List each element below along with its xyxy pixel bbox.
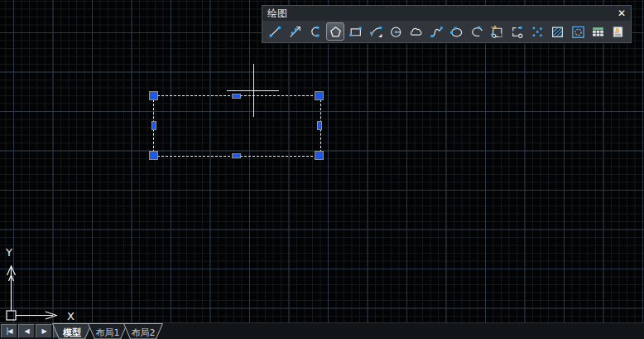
insert-block-button[interactable] [487, 22, 507, 42]
ellipse-button[interactable] [447, 22, 467, 42]
table-icon [591, 25, 605, 39]
polyline-button[interactable] [305, 22, 325, 42]
grip-left-mid[interactable] [151, 121, 156, 130]
tab-layout2[interactable]: 布局2 [124, 324, 163, 339]
point-icon [531, 25, 545, 39]
rectangle-button[interactable] [346, 22, 366, 42]
ucs-y-label: Y [5, 246, 12, 259]
selected-rectangle[interactable] [153, 95, 321, 157]
hatch-icon [550, 25, 565, 39]
rectangle-icon [348, 25, 363, 39]
region-icon [571, 25, 585, 39]
grip-top-mid[interactable] [232, 94, 241, 99]
circle-button[interactable] [386, 22, 406, 42]
arc-button[interactable] [366, 22, 386, 42]
make-block-icon [510, 25, 524, 39]
ellipse-arc-icon [470, 25, 484, 39]
circle-icon [389, 25, 403, 39]
grip-right-mid[interactable] [317, 121, 322, 130]
grip-bottom-right[interactable] [315, 151, 324, 160]
svg-text:布局1: 布局1 [96, 327, 120, 338]
spline-icon [430, 25, 444, 39]
ucs-x-label: X [67, 310, 74, 322]
revcloud-button[interactable] [406, 22, 426, 42]
layout-tabbar: |◀ ◀ ▶ ▶| 模型 布局1 布局2 [0, 322, 644, 339]
arc-icon [369, 25, 383, 39]
make-block-button[interactable] [507, 22, 527, 42]
table-button[interactable] [588, 22, 608, 42]
svg-text:模型: 模型 [62, 327, 81, 338]
model-space-canvas[interactable]: Y X [0, 0, 644, 322]
prev-tab-button[interactable]: ◀ [18, 324, 35, 338]
grip-bottom-left[interactable] [149, 151, 158, 160]
hatch-button[interactable] [547, 22, 567, 42]
tab-model[interactable]: 模型 [53, 324, 92, 339]
ellipse-icon [449, 25, 464, 39]
close-icon[interactable]: ✕ [618, 7, 626, 20]
polygon-button[interactable] [326, 22, 344, 41]
tab-layout1[interactable]: 布局1 [89, 324, 127, 339]
insert-block-icon [490, 25, 504, 39]
crosshair-cursor-vertical [253, 64, 254, 117]
point-button[interactable] [527, 22, 547, 42]
draw-toolbar-buttons: A [262, 21, 631, 42]
region-button[interactable] [568, 22, 588, 42]
draw-toolbar-title: 绘图 [267, 7, 287, 21]
layout-tabs: 模型 布局1 布局2 [50, 323, 182, 339]
mtext-button[interactable]: A [608, 22, 628, 42]
first-tab-button[interactable]: |◀ [1, 324, 17, 338]
grip-top-left[interactable] [149, 91, 158, 100]
draw-toolbar-titlebar[interactable]: 绘图 ✕ [262, 6, 631, 21]
draw-toolbar: 绘图 ✕ [262, 5, 632, 43]
construction-line-icon [288, 25, 302, 39]
polygon-icon [329, 25, 343, 39]
ucs-icon: Y X [0, 245, 83, 327]
spline-button[interactable] [426, 22, 446, 42]
construction-line-button[interactable] [285, 22, 305, 42]
cad-window: Y X 绘图 ✕ [0, 0, 644, 339]
revcloud-icon [409, 25, 423, 39]
grip-bottom-mid[interactable] [232, 153, 241, 158]
polyline-icon [308, 25, 322, 39]
ellipse-arc-button[interactable] [467, 22, 487, 42]
mtext-icon: A [611, 25, 625, 39]
svg-text:布局2: 布局2 [132, 327, 156, 338]
grip-top-right[interactable] [315, 91, 324, 100]
line-icon [268, 25, 282, 39]
line-button[interactable] [265, 22, 285, 42]
